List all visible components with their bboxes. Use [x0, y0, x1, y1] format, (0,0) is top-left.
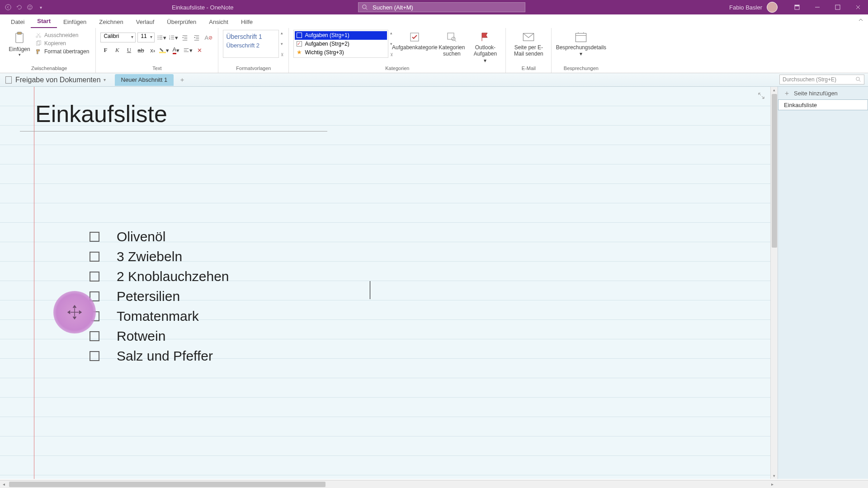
- svg-point-3: [30, 6, 31, 7]
- tag-todo-1[interactable]: Aufgaben (Strg+1): [295, 31, 387, 40]
- ribbon-display-icon[interactable]: [787, 0, 807, 14]
- format-painter-button[interactable]: Format übertragen: [33, 48, 91, 55]
- touch-mode-icon[interactable]: [26, 4, 33, 11]
- svg-rect-8: [16, 33, 23, 43]
- horizontal-scrollbar[interactable]: ◂ ▸: [0, 480, 868, 488]
- list-item: Olivenöl: [90, 227, 229, 247]
- tags-up-icon[interactable]: ▴: [390, 31, 393, 35]
- strikethrough-button[interactable]: ab: [136, 45, 146, 55]
- text-cursor: [370, 281, 370, 299]
- find-tags-button[interactable]: Kategorien suchen: [436, 30, 467, 57]
- styles-up-icon[interactable]: ▴: [281, 31, 284, 35]
- scroll-down-icon[interactable]: ▾: [771, 474, 778, 478]
- bold-button[interactable]: F: [100, 45, 110, 55]
- font-size-select[interactable]: 11: [137, 33, 155, 42]
- tags-gallery[interactable]: Aufgaben (Strg+1) Aufgaben (Strg+2) ★Wic…: [293, 30, 388, 58]
- paste-button[interactable]: Einfügen ▾: [7, 30, 32, 57]
- subscript-button[interactable]: x₂: [147, 45, 157, 55]
- svg-point-16: [158, 39, 159, 40]
- styles-down-icon[interactable]: ▾: [281, 42, 284, 46]
- underline-button[interactable]: U: [124, 45, 134, 55]
- back-icon[interactable]: [5, 4, 12, 11]
- numbering-button[interactable]: 123▾: [168, 33, 178, 42]
- checkbox[interactable]: [90, 331, 99, 341]
- checkbox[interactable]: [90, 272, 99, 282]
- page-title[interactable]: Einkaufsliste: [35, 100, 327, 127]
- undo-icon[interactable]: [15, 4, 23, 11]
- tab-start[interactable]: Start: [31, 15, 57, 28]
- avatar[interactable]: [767, 2, 778, 13]
- scroll-up-icon[interactable]: ▴: [771, 87, 778, 92]
- tags-more-icon[interactable]: ⊻: [390, 52, 393, 57]
- scroll-thumb[interactable]: [772, 94, 777, 248]
- tab-hilfe[interactable]: Hilfe: [235, 16, 259, 28]
- ribbon-tabs: Datei Start Einfügen Zeichnen Verlauf Üb…: [0, 14, 868, 28]
- global-search[interactable]: Suchen (Alt+M): [358, 2, 525, 12]
- italic-button[interactable]: K: [112, 45, 122, 55]
- title-bar: ▾ Einkaufsliste - OneNote Suchen (Alt+M)…: [0, 0, 868, 14]
- tab-datei[interactable]: Datei: [5, 16, 31, 28]
- outdent-button[interactable]: [180, 33, 190, 42]
- checkbox[interactable]: [90, 232, 99, 242]
- tab-zeichnen[interactable]: Zeichnen: [93, 16, 129, 28]
- tab-ansicht[interactable]: Ansicht: [203, 16, 235, 28]
- section-tab[interactable]: Neuer Abschnitt 1: [115, 74, 174, 86]
- clear-formatting-button[interactable]: A⊘: [203, 33, 213, 42]
- close-icon[interactable]: [848, 0, 868, 14]
- style-heading1[interactable]: Überschrift 1: [226, 32, 276, 41]
- page-canvas[interactable]: Einkaufsliste Olivenöl 3 Zwiebeln 2 Knob…: [0, 87, 770, 479]
- minimize-icon[interactable]: [807, 0, 827, 14]
- maximize-icon[interactable]: [827, 0, 848, 14]
- meeting-details-button[interactable]: Besprechungsdetails▾: [556, 30, 606, 57]
- tab-ueberpruefen[interactable]: Überprüfen: [160, 16, 203, 28]
- styles-gallery[interactable]: Überschrift 1 Überschrift 2: [223, 30, 279, 58]
- scroll-right-icon[interactable]: ▸: [769, 481, 776, 488]
- group-label-meetings: Besprechungen: [556, 65, 606, 72]
- notebook-dropdown-icon[interactable]: ▾: [104, 77, 106, 82]
- indent-button[interactable]: [192, 33, 202, 42]
- copy-button[interactable]: Kopieren: [33, 40, 91, 47]
- checklist-container[interactable]: Olivenöl 3 Zwiebeln 2 Knoblauchzehen Pet…: [90, 227, 229, 366]
- cut-button[interactable]: Ausschneiden: [33, 32, 91, 39]
- font-color-button[interactable]: A▾: [171, 45, 181, 55]
- bullets-button[interactable]: ▾: [156, 33, 166, 42]
- margin-line: [34, 87, 34, 479]
- qat-more-icon[interactable]: ▾: [37, 4, 44, 11]
- notebook-bar: Freigabe von Dokumenten ▾ Neuer Abschnit…: [0, 73, 868, 87]
- notebook-name[interactable]: Freigabe von Dokumenten: [15, 76, 101, 84]
- font-name-select[interactable]: Calibri: [100, 33, 136, 42]
- collapse-ribbon-icon[interactable]: [858, 17, 863, 24]
- tag-todo-2[interactable]: Aufgaben (Strg+2): [295, 40, 387, 48]
- checkbox[interactable]: [90, 252, 99, 262]
- task-category-button[interactable]: Aufgabenkategorie: [395, 30, 434, 51]
- list-item: Tomatenmark: [90, 306, 229, 326]
- hscroll-thumb[interactable]: [9, 482, 326, 487]
- svg-point-10: [36, 36, 38, 38]
- username[interactable]: Fabio Basler: [729, 4, 762, 11]
- notebook-icon[interactable]: [5, 76, 12, 84]
- style-heading2[interactable]: Überschrift 2: [226, 41, 276, 50]
- vertical-scrollbar[interactable]: ▴ ▾: [770, 87, 778, 479]
- svg-point-2: [28, 6, 29, 7]
- tab-einfuegen[interactable]: Einfügen: [57, 16, 93, 28]
- add-page-button[interactable]: ＋ Seite hinzufügen: [778, 87, 868, 99]
- tab-verlauf[interactable]: Verlauf: [130, 16, 160, 28]
- page-list-item[interactable]: Einkaufsliste: [778, 99, 868, 110]
- checkbox[interactable]: [90, 351, 99, 361]
- delete-button[interactable]: ✕: [194, 45, 204, 55]
- scroll-left-icon[interactable]: ◂: [0, 481, 7, 488]
- svg-rect-7: [835, 5, 840, 9]
- flag-icon: [480, 32, 491, 42]
- expand-page-icon[interactable]: [758, 92, 765, 101]
- add-section-button[interactable]: ＋: [177, 75, 187, 85]
- brush-icon: [35, 48, 42, 55]
- email-page-button[interactable]: Seite per E-Mail senden: [510, 30, 547, 57]
- align-button[interactable]: ▾: [183, 45, 193, 55]
- svg-point-0: [5, 5, 11, 10]
- highlight-button[interactable]: ▾: [159, 45, 169, 55]
- page-search-input[interactable]: Durchsuchen (Strg+E): [779, 75, 864, 84]
- tag-important[interactable]: ★Wichtig (Strg+3): [295, 48, 387, 56]
- outlook-tasks-button[interactable]: Outlook-Aufgaben▾: [469, 30, 501, 64]
- styles-more-icon[interactable]: ⊻: [281, 52, 284, 57]
- envelope-icon: [522, 32, 535, 42]
